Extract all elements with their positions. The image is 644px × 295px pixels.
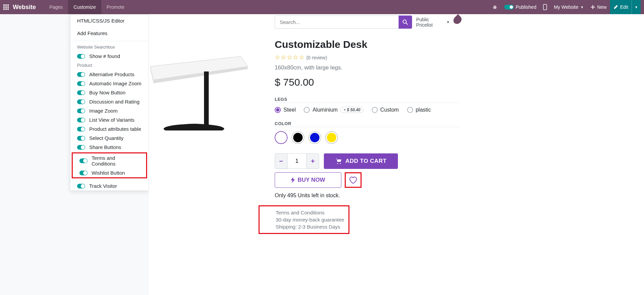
- menu-customize[interactable]: Customize: [68, 0, 101, 14]
- add-features-link[interactable]: Add Features: [70, 27, 148, 39]
- product-price: $ 750.00: [275, 77, 463, 88]
- guarantee-text: 30-day money-back guarantee: [276, 216, 346, 223]
- search-box: [275, 16, 412, 29]
- legs-custom[interactable]: Custom: [372, 107, 399, 113]
- new-button[interactable]: New: [587, 0, 610, 14]
- qty-input[interactable]: [287, 154, 307, 169]
- mobile-icon[interactable]: [540, 0, 550, 14]
- cart-icon: [335, 158, 342, 164]
- svg-line-5: [496, 6, 496, 6]
- edit-dropdown[interactable]: ▼: [632, 0, 641, 14]
- apps-icon[interactable]: [3, 4, 9, 10]
- svg-point-14: [403, 20, 406, 23]
- color-blue[interactable]: [308, 131, 321, 144]
- color-label: COLOR: [275, 121, 460, 127]
- toggle-track-visitor[interactable]: Track Visitor: [70, 181, 148, 190]
- wishlist-button[interactable]: [345, 172, 362, 188]
- svg-line-15: [406, 23, 408, 25]
- qty-minus[interactable]: −: [275, 154, 287, 169]
- brand[interactable]: Website: [13, 4, 36, 11]
- main-content: Public Pricelist▼ Customizable Desk ☆☆☆☆…: [149, 14, 644, 295]
- toggle-wishlist[interactable]: Wishlist Button: [73, 168, 146, 177]
- menu-pages[interactable]: Pages: [44, 0, 68, 14]
- product-subtitle: 160x80cm, with large legs.: [275, 64, 463, 71]
- color-yellow[interactable]: [325, 131, 338, 144]
- qty-plus[interactable]: +: [307, 154, 319, 169]
- toggle-alt-products[interactable]: Alternative Products: [70, 70, 148, 79]
- legs-label: LEGS: [275, 97, 460, 103]
- bug-icon[interactable]: [489, 0, 501, 14]
- section-product: Product: [70, 61, 148, 70]
- customize-panel: HTML/CSS/JS Editor Add Features Website …: [70, 14, 149, 191]
- desk-illustration: [150, 16, 258, 130]
- toggle-attr-table[interactable]: Product attributes table: [70, 124, 148, 134]
- toggle-select-qty[interactable]: Select Quantity: [70, 134, 148, 143]
- search-button[interactable]: [399, 16, 412, 29]
- add-to-cart-button[interactable]: ADD TO CART: [324, 153, 398, 169]
- html-editor-link[interactable]: HTML/CSS/JS Editor: [70, 14, 148, 27]
- my-website-dropdown[interactable]: My Website▼: [550, 0, 587, 14]
- topbar: Website Pages Customize Promote Publishe…: [0, 0, 644, 14]
- color-white[interactable]: [275, 131, 287, 144]
- color-black[interactable]: [292, 131, 304, 144]
- svg-line-4: [494, 6, 494, 6]
- review-count: (0 review): [306, 55, 327, 60]
- search-input[interactable]: [275, 16, 399, 29]
- pricelist-dropdown[interactable]: Public Pricelist▼: [416, 17, 450, 28]
- highlighted-toggles: Terms and Conditions Wishlist Button: [72, 152, 147, 178]
- toggle-share-buttons[interactable]: Share Buttons: [70, 143, 148, 152]
- section-searchbox: Website Searchbox: [70, 42, 148, 52]
- stock-text: Only 495 Units left in stock.: [275, 193, 463, 199]
- menu-promote[interactable]: Promote: [101, 0, 130, 14]
- svg-point-17: [340, 163, 341, 164]
- svg-line-7: [496, 8, 496, 9]
- heart-icon: [348, 176, 358, 184]
- product-image: [150, 14, 258, 234]
- terms-title: Terms and Conditions: [276, 209, 346, 216]
- legs-plastic[interactable]: plastic: [407, 107, 431, 113]
- toggle-show-found[interactable]: Show # found: [70, 52, 148, 61]
- theme-drop-icon[interactable]: [454, 16, 461, 24]
- toggle-buy-now[interactable]: Buy Now Button: [70, 88, 148, 97]
- published-label: Published: [516, 4, 537, 10]
- terms-box: Terms and Conditions 30-day money-back g…: [259, 205, 349, 234]
- color-swatches: [275, 131, 463, 144]
- product-title: Customizable Desk: [275, 39, 463, 50]
- shipping-text: Shipping: 2-3 Business Days: [276, 223, 346, 230]
- svg-line-6: [494, 8, 494, 9]
- quantity-group: − +: [275, 153, 319, 169]
- toggle-list-variants[interactable]: List View of Variants: [70, 115, 148, 124]
- legs-steel[interactable]: Steel: [275, 107, 296, 113]
- svg-point-16: [337, 163, 338, 164]
- published-toggle[interactable]: Published: [501, 0, 540, 14]
- toggle-terms[interactable]: Terms and Conditions: [73, 153, 146, 168]
- toggle-auto-zoom[interactable]: Automatic Image Zoom: [70, 79, 148, 88]
- legs-options: Steel Aluminium+ $ 50.40 Custom plastic: [275, 107, 463, 113]
- toggle-discussion[interactable]: Discussion and Rating: [70, 97, 148, 106]
- edit-button[interactable]: Edit: [610, 0, 632, 14]
- svg-rect-12: [204, 71, 209, 130]
- svg-rect-8: [543, 4, 547, 10]
- legs-aluminium[interactable]: Aluminium+ $ 50.40: [304, 107, 363, 113]
- toggle-image-zoom[interactable]: Image Zoom: [70, 106, 148, 115]
- rating-stars[interactable]: ☆☆☆☆☆: [275, 54, 305, 61]
- buy-now-button[interactable]: BUY NOW: [275, 172, 341, 188]
- bolt-icon: [291, 177, 295, 183]
